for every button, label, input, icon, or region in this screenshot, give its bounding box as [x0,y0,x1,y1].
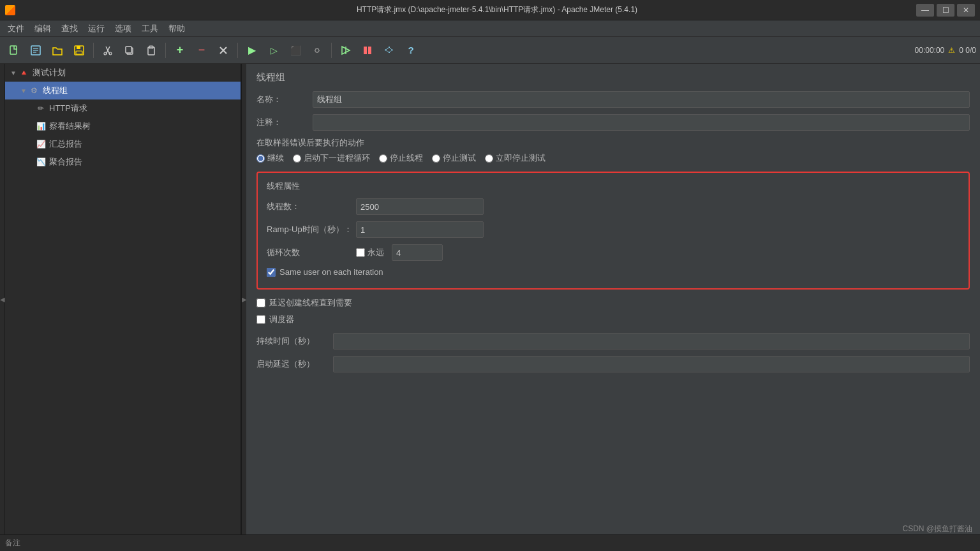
error-action-section: 在取样器错误后要执行的动作 继续 启动下一进程循环 停止线程 停止测试 [256,137,970,164]
forever-checkbox-group: 永远 [356,244,443,261]
app-icon [5,5,15,15]
maximize-button[interactable]: ☐ [937,4,954,17]
startup-delay-label: 启动延迟（秒） [256,358,333,370]
radio-stop-now[interactable]: 立即停止测试 [485,152,546,164]
menu-file[interactable]: 文件 [3,21,29,36]
scheduler-label[interactable]: 调度器 [269,314,294,325]
status-text: 备注 [5,538,20,548]
sep1 [93,43,94,58]
scheduler-row: 调度器 [256,314,970,325]
toolbar-time-area: 00:00:00 ⚠ 0 0/0 [915,46,976,55]
radio-continue[interactable]: 继续 [256,152,284,164]
name-input[interactable] [313,91,970,108]
sidebar-item-summary-report[interactable]: 📈 汇总报告 [5,135,241,153]
forever-label[interactable]: 永远 [368,247,384,258]
radio-stop-now-label: 立即停止测试 [496,152,546,164]
sep4 [331,43,332,58]
svg-rect-0 [10,46,17,54]
sidebar-item-test-plan[interactable]: ▼ 🔺 测试计划 [5,64,241,82]
elapsed-time: 00:00:00 [915,46,945,55]
help-button[interactable]: ? [401,40,421,61]
copy-button[interactable] [119,40,140,61]
radio-stop-now-input[interactable] [485,154,493,163]
radio-stop-thread[interactable]: 停止线程 [379,152,423,164]
minimize-button[interactable]: — [916,4,934,17]
svg-rect-11 [126,47,131,53]
same-user-label[interactable]: Same user on each iteration [279,267,383,277]
close-button[interactable]: ✕ [957,4,975,17]
add-element-button[interactable]: + [170,40,190,61]
comment-label: 注释： [256,117,308,128]
start-no-pause-button[interactable]: ▷ [264,40,284,61]
view-results-icon: 📊 [36,121,46,131]
ramp-up-input[interactable] [356,221,484,238]
functions-button[interactable]: ⧼⧽ [379,40,399,61]
sidebar-item-http-request[interactable]: ✏ HTTP请求 [5,99,241,117]
summary-report-icon: 📈 [36,139,46,149]
duration-label: 持续时间（秒） [256,335,333,347]
save-button[interactable] [69,40,89,61]
menu-tools[interactable]: 工具 [137,21,163,36]
remote-start-button[interactable] [336,40,356,61]
cut-button[interactable] [98,40,118,61]
name-label: 名称： [256,94,308,105]
paste-button[interactable] [141,40,161,61]
test-plan-icon: 🔺 [19,68,29,78]
right-collapse-handle[interactable]: ▶ [241,64,246,534]
sep3 [237,43,238,58]
menu-run[interactable]: 运行 [83,21,110,36]
same-user-row: Same user on each iteration [267,267,960,277]
section-title: 线程组 [256,71,970,84]
delay-create-label[interactable]: 延迟创建线程直到需要 [269,297,352,309]
delay-create-checkbox[interactable] [256,298,265,307]
radio-start-next-label: 启动下一进程循环 [304,152,370,164]
titlebar: HTTP请求.jmx (D:\apache-jmeter-5.4.1\bin\H… [0,0,980,20]
sidebar-item-view-results[interactable]: 📊 察看结果树 [5,117,241,135]
scheduler-checkbox[interactable] [256,315,265,324]
svg-rect-17 [368,47,371,54]
radio-start-next-input[interactable] [293,154,301,163]
startup-delay-row: 启动延迟（秒） [256,356,970,372]
svg-rect-6 [77,46,80,49]
menu-edit[interactable]: 编辑 [29,21,56,36]
thread-group-icon: ⚙ [29,85,40,96]
menu-search[interactable]: 查找 [56,21,83,36]
menu-options[interactable]: 选项 [110,21,137,36]
new-button[interactable] [4,40,24,61]
template-button[interactable] [26,40,46,61]
radio-stop-test-input[interactable] [432,154,440,163]
duration-input[interactable] [333,333,970,349]
remote-stop-button[interactable] [357,40,378,61]
remove-element-button[interactable]: − [191,40,212,61]
same-user-checkbox[interactable] [267,268,276,277]
start-button[interactable]: ▶ [242,40,262,61]
radio-start-next[interactable]: 启动下一进程循环 [293,152,370,164]
error-radio-group: 继续 启动下一进程循环 停止线程 停止测试 立即停止测试 [256,152,970,164]
comment-input[interactable] [313,114,970,131]
thread-count-input[interactable] [356,198,484,215]
left-collapse-handle[interactable]: ◀ [0,64,5,534]
startup-delay-input[interactable] [333,356,970,372]
stop-button[interactable]: ⬛ [285,40,306,61]
sidebar-item-thread-group[interactable]: ▼ ⚙ 线程组 [5,82,241,99]
radio-stop-test[interactable]: 停止测试 [432,152,476,164]
loop-count-input[interactable] [392,244,443,261]
watermark: CSDN @摸鱼打酱油 [902,524,972,534]
radio-continue-input[interactable] [256,154,265,163]
thread-props-box: 线程属性 线程数： Ramp-Up时间（秒）： 循环次数 永远 [256,172,970,290]
clear-button[interactable] [213,40,234,61]
main-layout: ◀ ▼ 🔺 测试计划 ▼ ⚙ 线程组 ✏ HTTP请求 📊 察看结果树 📈 汇总… [0,64,980,534]
menu-help[interactable]: 帮助 [163,21,190,36]
http-request-icon: ✏ [36,103,46,114]
expand-arrow: ▼ [10,70,17,77]
toolbar: + − ▶ ▷ ⬛ ⭘ ⧼⧽ ? 00:00:00 ⚠ 0 0/0 [0,37,980,64]
content-area: 线程组 名称： 注释： 在取样器错误后要执行的动作 继续 启动下一进程循环 [246,64,980,534]
sidebar-item-agg-report[interactable]: 📉 聚合报告 [5,153,241,171]
window-controls: — ☐ ✕ [916,4,975,17]
radio-stop-thread-input[interactable] [379,154,387,163]
thread-count-row: 线程数： [267,198,960,215]
thread-count-label: 线程数： [267,201,356,212]
forever-checkbox[interactable] [356,248,365,257]
open-button[interactable] [47,40,68,61]
shutdown-button[interactable]: ⭘ [307,40,327,61]
